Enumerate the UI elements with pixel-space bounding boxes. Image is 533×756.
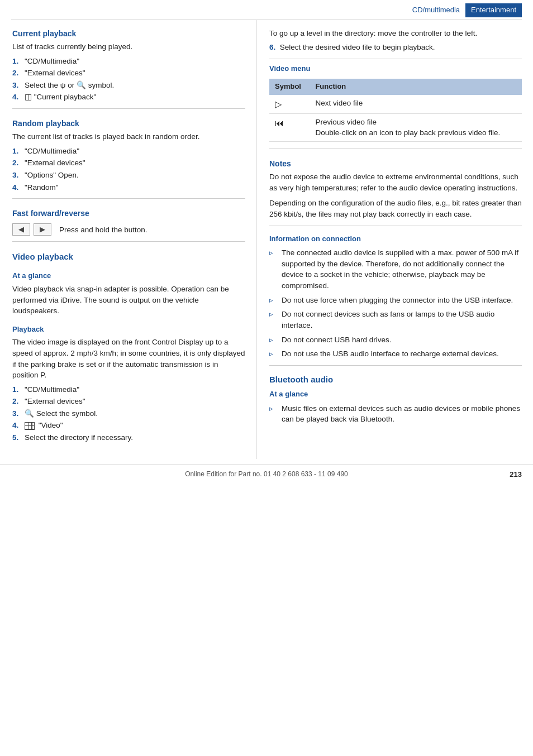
arrow-icon: ▹	[269, 248, 279, 259]
list-item: 4. "Video"	[12, 420, 245, 431]
list-item: ▹ Do not connect devices such as fans or…	[269, 309, 522, 331]
bt-at-glance-list: ▹ Music files on external devices such a…	[269, 403, 522, 425]
playback-title: Playback	[12, 324, 245, 335]
step6-text: 6. Select the desired video file to begi…	[269, 42, 522, 53]
at-a-glance-title: At a glance	[12, 271, 245, 281]
nav-tab-cd-multimedia[interactable]: CD/multimedia	[407, 3, 465, 17]
left-column: Current playback List of tracks currentl…	[0, 20, 257, 459]
arrow-icon: ▹	[269, 295, 279, 306]
list-item: ▹ Do not use force when plugging the con…	[269, 295, 522, 306]
current-playback-section: Current playback List of tracks currentl…	[12, 28, 245, 103]
arrow-icon: ▹	[269, 335, 279, 346]
random-playback-desc: The current list of tracks is played bac…	[12, 131, 245, 142]
notes-para2: Depending on the configuration of the au…	[269, 198, 522, 219]
list-item: 3. "Options" Open.	[12, 170, 245, 181]
notes-para1: Do not expose the audio device to extrem…	[269, 171, 522, 193]
list-item: 4. ◫ "Current playback"	[12, 92, 245, 103]
step-dir-text: To go up a level in the directory: move …	[269, 28, 522, 39]
footer-text: Online Edition for Part no. 01 40 2 608 …	[185, 470, 348, 478]
page-number: 213	[510, 470, 522, 480]
list-item: 3. Select the ψ or 🔍 symbol.	[12, 80, 245, 91]
bluetooth-audio-section: Bluetooth audio At a glance ▹ Music file…	[269, 374, 522, 425]
table-header-row: Symbol Function	[269, 79, 522, 95]
nav-tab-entertainment[interactable]: Entertainment	[465, 3, 522, 17]
list-item: 1. "CD/Multimedia"	[12, 384, 245, 395]
bt-at-glance-title: At a glance	[269, 389, 522, 400]
divider	[269, 149, 522, 149]
random-playback-section: Random playback The current list of trac…	[12, 118, 245, 193]
video-menu-title: Video menu	[269, 64, 522, 74]
info-connection-title: Information on connection	[269, 234, 522, 245]
list-item: 2. "External devices"	[12, 157, 245, 169]
list-item: ▹ Do not connect USB hard drives.	[269, 334, 522, 346]
ff-desc: Press and hold the button.	[59, 224, 147, 236]
arrow-icon: ▹	[269, 404, 279, 414]
playback-desc: The video image is displayed on the fron…	[12, 337, 245, 380]
arrow-icon: ▹	[269, 309, 279, 320]
video-playback-title: Video playback	[12, 251, 245, 263]
notes-title: Notes	[269, 158, 522, 169]
table-row: ▷ Next video file	[269, 95, 522, 114]
fast-forward-section: Fast forward/reverse ◀ ▶ Press and hold …	[12, 208, 245, 236]
divider	[269, 59, 522, 59]
list-item: ▹ Do not use the USB audio interface to …	[269, 348, 522, 360]
list-item: ▹ The connected audio device is supplied…	[269, 247, 522, 291]
current-playback-steps: 1. "CD/Multimedia" 2. "External devices"…	[12, 56, 245, 103]
table-row: ⏮ Previous video file Double-click on an…	[269, 113, 522, 141]
top-navigation: CD/multimedia Entertainment	[11, 0, 522, 20]
list-item: 3. 🔍 Select the symbol.	[12, 408, 245, 419]
video-menu-table: Symbol Function ▷ Next video file ⏮ Prev…	[269, 79, 522, 142]
divider	[269, 226, 522, 226]
symbol-prev: ⏮	[269, 113, 310, 141]
function-prev: Previous video file Double-click on an i…	[310, 113, 522, 141]
current-playback-title: Current playback	[12, 28, 245, 39]
divider	[12, 241, 245, 242]
bluetooth-audio-title: Bluetooth audio	[269, 374, 522, 386]
divider	[269, 365, 522, 366]
at-a-glance-desc: Video playback via snap-in adapter is po…	[12, 284, 245, 317]
video-playback-section: Video playback At a glance Video playbac…	[12, 251, 245, 443]
forward-button[interactable]: ▶	[34, 223, 51, 236]
random-playback-steps: 1. "CD/Multimedia" 2. "External devices"…	[12, 146, 245, 193]
playback-steps: 1. "CD/Multimedia" 2. "External devices"…	[12, 384, 245, 443]
arrow-icon: ▹	[269, 349, 279, 360]
current-playback-desc: List of tracks currently being played.	[12, 41, 245, 52]
fast-forward-title: Fast forward/reverse	[12, 208, 245, 219]
video-menu-section: Video menu Symbol Function ▷ Next video …	[269, 64, 522, 142]
list-item: ▹ Music files on external devices such a…	[269, 403, 522, 425]
divider	[12, 198, 245, 199]
list-item: 2. "External devices"	[12, 68, 245, 79]
info-connection-list: ▹ The connected audio device is supplied…	[269, 247, 522, 360]
info-connection-section: Information on connection ▹ The connecte…	[269, 234, 522, 360]
list-item: 2. "External devices"	[12, 396, 245, 407]
notes-section: Notes Do not expose the audio device to …	[269, 158, 522, 220]
col-symbol: Symbol	[269, 79, 310, 95]
random-playback-title: Random playback	[12, 118, 245, 129]
rewind-button[interactable]: ◀	[12, 223, 30, 236]
list-item: 1. "CD/Multimedia"	[12, 56, 245, 67]
divider	[12, 108, 245, 109]
ff-buttons: ◀ ▶ Press and hold the button.	[12, 223, 245, 236]
symbol-next: ▷	[269, 95, 310, 114]
list-item: 4. "Random"	[12, 182, 245, 193]
function-next: Next video file	[310, 95, 522, 114]
right-column: To go up a level in the directory: move …	[257, 20, 533, 459]
list-item: 1. "CD/Multimedia"	[12, 146, 245, 157]
main-content: Current playback List of tracks currentl…	[0, 20, 533, 459]
col-function: Function	[310, 79, 522, 95]
list-item: 5. Select the directory if necessary.	[12, 432, 245, 443]
footer: Online Edition for Part no. 01 40 2 608 …	[0, 465, 533, 482]
